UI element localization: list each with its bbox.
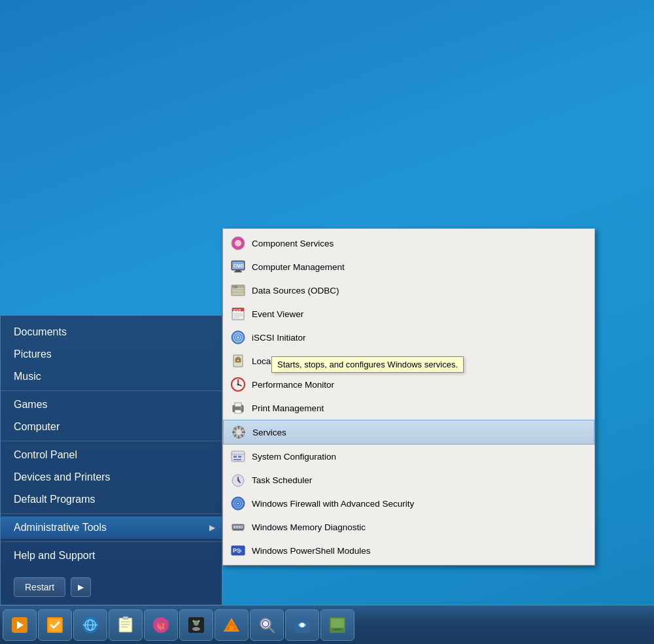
admin-tools-submenu: Component Services CMD Computer Manageme… <box>222 228 595 566</box>
submenu-item-windows-firewall[interactable]: Windows Firewall with Advanced Security <box>223 492 594 515</box>
submenu-item-performance-monitor[interactable]: Performance Monitor <box>223 373 594 396</box>
sidebar-item-music[interactable]: Music <box>1 365 222 388</box>
computer-management-label: Computer Management <box>252 262 588 272</box>
taskbar-btn-app4[interactable] <box>320 609 354 641</box>
taskbar-btn-app2[interactable] <box>179 609 213 641</box>
svg-rect-4 <box>235 270 241 271</box>
submenu-item-component-services[interactable]: Component Services <box>223 231 594 255</box>
submenu-item-task-scheduler[interactable]: Task Scheduler <box>223 468 594 492</box>
sidebar-item-control-panel[interactable]: Control Panel <box>1 444 222 466</box>
system-configuration-icon <box>230 448 247 465</box>
svg-rect-5 <box>234 271 242 273</box>
taskbar-btn-notepad[interactable] <box>109 609 143 641</box>
iscsi-initiator-label: iSCSI Initiator <box>252 333 588 343</box>
submenu-item-print-management[interactable]: Print Management <box>223 396 594 420</box>
start-menu-items: Documents Pictures Music Games Computer … <box>1 316 222 572</box>
print-management-label: Print Management <box>252 403 588 413</box>
data-sources-icon: DB <box>230 282 247 299</box>
taskbar-btn-todo[interactable] <box>38 609 72 641</box>
submenu-item-iscsi-initiator[interactable]: iSCSI Initiator <box>223 326 594 349</box>
print-management-icon <box>230 399 247 416</box>
control-panel-label: Control Panel <box>14 449 77 461</box>
svg-rect-37 <box>238 456 241 458</box>
svg-rect-60 <box>119 618 132 632</box>
restart-button[interactable]: Restart <box>14 577 65 597</box>
sidebar-item-administrative-tools[interactable]: Administrative Tools ▶ <box>1 517 222 539</box>
taskbar-btn-ie[interactable] <box>73 609 107 641</box>
submenu-item-services[interactable]: Services <box>223 420 594 445</box>
taskbar-btn-app1[interactable]: 🐙 <box>144 609 178 641</box>
local-security-policy-icon <box>230 352 247 369</box>
component-services-icon <box>230 235 247 252</box>
svg-point-31 <box>241 407 242 409</box>
svg-rect-81 <box>331 619 344 628</box>
sidebar-item-computer[interactable]: Computer <box>1 416 222 438</box>
services-tooltip: Starts, stops, and configures Windows se… <box>271 356 464 373</box>
svg-point-79 <box>300 623 304 627</box>
tooltip-text: Starts, stops, and configures Windows se… <box>277 360 458 369</box>
sidebar-item-documents[interactable]: Documents <box>1 321 222 343</box>
performance-monitor-label: Performance Monitor <box>252 380 588 390</box>
help-label: Help and Support <box>14 550 95 562</box>
windows-memory-diagnostic-label: Windows Memory Diagnostic <box>252 522 588 532</box>
submenu-item-event-viewer[interactable]: EVT Event Viewer <box>223 302 594 326</box>
windows-firewall-label: Windows Firewall with Advanced Security <box>252 499 588 509</box>
svg-point-70 <box>193 620 195 622</box>
default-programs-label: Default Programs <box>14 494 95 505</box>
divider-4 <box>1 541 222 542</box>
restart-label: Restart <box>25 582 54 592</box>
submenu-item-system-configuration[interactable]: System Configuration <box>223 445 594 468</box>
taskbar: 🐙 <box>0 605 654 644</box>
task-scheduler-icon <box>230 471 247 488</box>
submenu-item-data-sources[interactable]: DB Data Sources (ODBC) <box>223 279 594 302</box>
data-sources-label: Data Sources (ODBC) <box>252 286 588 296</box>
iscsi-initiator-icon <box>230 329 247 346</box>
task-scheduler-label: Task Scheduler <box>252 475 588 485</box>
taskbar-btn-media-player[interactable] <box>3 609 37 641</box>
svg-point-27 <box>237 384 239 386</box>
svg-rect-64 <box>123 617 128 619</box>
component-services-label: Component Services <box>252 239 588 248</box>
sidebar-item-default-programs[interactable]: Default Programs <box>1 488 222 511</box>
svg-text:EVT: EVT <box>233 309 241 313</box>
svg-point-69 <box>192 627 200 631</box>
submenu-item-computer-management[interactable]: CMD Computer Management <box>223 255 594 279</box>
sidebar-item-devices-and-printers[interactable]: Devices and Printers <box>1 466 222 488</box>
svg-line-76 <box>269 628 274 632</box>
restart-arrow-icon: ▶ <box>78 583 84 592</box>
event-viewer-label: Event Viewer <box>252 309 588 319</box>
services-label: Services <box>252 428 587 437</box>
submenu-item-windows-memory-diagnostic[interactable]: Windows Memory Diagnostic <box>223 515 594 539</box>
submenu-item-windows-powershell-modules[interactable]: PS Windows PowerShell Modules <box>223 539 594 562</box>
taskbar-btn-vlc[interactable] <box>215 609 249 641</box>
sidebar-item-games[interactable]: Games <box>1 394 222 416</box>
taskbar-btn-search[interactable] <box>250 609 284 641</box>
divider-2 <box>1 441 222 441</box>
svg-rect-45 <box>233 526 235 528</box>
svg-rect-82 <box>334 629 341 630</box>
sidebar-item-help[interactable]: Help and Support <box>1 545 222 567</box>
system-configuration-label: System Configuration <box>252 452 588 462</box>
svg-point-1 <box>235 240 241 246</box>
pictures-label: Pictures <box>14 348 52 360</box>
windows-powershell-modules-icon: PS <box>230 542 247 559</box>
svg-text:🐙: 🐙 <box>156 621 165 630</box>
svg-point-33 <box>236 430 241 435</box>
svg-point-21 <box>237 337 239 339</box>
svg-rect-49 <box>233 530 243 531</box>
windows-firewall-icon <box>230 495 247 512</box>
svg-rect-74 <box>230 626 233 630</box>
svg-rect-30 <box>235 410 241 413</box>
svg-point-25 <box>237 360 239 361</box>
restart-arrow-button[interactable]: ▶ <box>71 577 91 597</box>
taskbar-btn-app3[interactable] <box>285 609 319 641</box>
svg-text:DB: DB <box>233 285 238 289</box>
svg-text:CMD: CMD <box>233 263 244 268</box>
svg-point-71 <box>198 620 200 622</box>
sidebar-item-pictures[interactable]: Pictures <box>1 343 222 365</box>
svg-rect-36 <box>233 456 237 458</box>
desktop: Documents Pictures Music Games Computer … <box>0 0 654 644</box>
computer-management-icon: CMD <box>230 258 247 275</box>
svg-rect-47 <box>239 526 241 528</box>
administrative-tools-label: Administrative Tools <box>14 522 107 534</box>
